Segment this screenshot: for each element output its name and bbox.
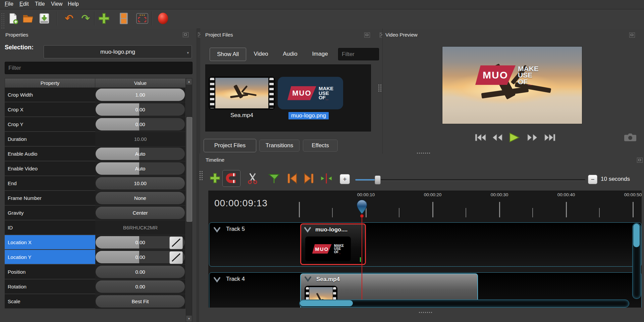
properties-filter-input[interactable]: [5, 62, 193, 74]
jump-to-start-button[interactable]: [474, 132, 487, 143]
timeline-canvas[interactable]: 00:00:09:13 00:00:10 00:00:20 00:00:30 0…: [208, 191, 642, 308]
add-marker-icon[interactable]: [268, 172, 280, 185]
rewind-button[interactable]: [491, 132, 504, 143]
table-row[interactable]: Gravity Center: [5, 206, 185, 220]
zoom-in-button[interactable]: +: [340, 174, 350, 184]
float-panel-icon[interactable]: [637, 158, 643, 163]
ruler-label: 00:00:40: [551, 192, 581, 197]
undo-icon[interactable]: ↶: [62, 12, 76, 25]
filter-audio-button[interactable]: Audio: [280, 48, 300, 60]
float-panel-icon[interactable]: [364, 33, 370, 38]
table-row[interactable]: Crop Y 0.00: [5, 117, 185, 132]
zoom-slider[interactable]: [355, 179, 585, 181]
clip-title: muo-logo....: [315, 226, 347, 233]
tab-transitions[interactable]: Transitions: [259, 140, 300, 152]
choose-profile-icon[interactable]: [136, 12, 149, 25]
next-marker-icon[interactable]: [302, 172, 316, 185]
filter-show-all-button[interactable]: Show All: [210, 48, 246, 61]
menu-title[interactable]: Title: [34, 1, 46, 7]
properties-scrollbar[interactable]: ▲ ▼: [186, 78, 192, 322]
video-preview-frame[interactable]: MUO MAKEUSE OF_: [442, 47, 582, 124]
export-video-icon[interactable]: [156, 12, 170, 25]
menu-edit[interactable]: Edit: [18, 1, 30, 7]
filter-video-button[interactable]: Video: [251, 48, 271, 60]
save-project-icon[interactable]: [38, 12, 51, 25]
panel-resize-handle[interactable]: [419, 312, 432, 313]
track-menu-chevron-icon[interactable]: [213, 277, 221, 284]
table-row[interactable]: Position 0.00: [5, 265, 185, 279]
table-row[interactable]: ID B6RHUCK2MR: [5, 220, 185, 235]
table-row-selected[interactable]: Location Y 0.00: [5, 250, 185, 265]
timeline-toolbar-handle[interactable]: [200, 171, 203, 180]
clip-menu-chevron-icon[interactable]: [304, 227, 311, 234]
jump-to-end-button[interactable]: [543, 132, 556, 143]
play-button[interactable]: [507, 132, 521, 143]
razor-scissors-icon[interactable]: [247, 172, 259, 184]
ruler-tick: [499, 202, 500, 217]
file-thumbnail-video[interactable]: [209, 77, 275, 109]
previous-marker-icon[interactable]: [285, 172, 299, 185]
import-files-icon[interactable]: [117, 12, 130, 25]
fast-forward-button[interactable]: [526, 132, 539, 143]
panel-splitter-handle[interactable]: [378, 85, 381, 92]
table-row[interactable]: Scale Best Fit: [5, 294, 185, 309]
main-toolbar: ↶ ↷: [0, 9, 644, 29]
table-row-selected[interactable]: Location X 0.00: [5, 235, 185, 250]
filmstrip-holes: [269, 78, 274, 108]
vertical-scrollbar-thumb[interactable]: [633, 224, 640, 247]
menu-help[interactable]: Help: [66, 1, 80, 7]
add-track-icon[interactable]: [209, 172, 221, 184]
ruler-tick: [633, 202, 634, 217]
playhead-marker[interactable]: [356, 199, 368, 221]
snapping-toggle-button[interactable]: [222, 170, 240, 187]
selection-dropdown[interactable]: muo-logo.png ▾: [44, 45, 192, 58]
center-playhead-icon[interactable]: [319, 172, 334, 185]
file-name[interactable]: Sea.mp4: [209, 112, 275, 119]
table-row[interactable]: Duration 10.00: [5, 132, 185, 147]
clip-title: Sea.mp4: [316, 276, 340, 283]
keyframe-interpolation-icon[interactable]: [169, 251, 183, 264]
snapshot-camera-icon[interactable]: [624, 132, 637, 143]
menu-file[interactable]: File: [3, 1, 15, 7]
track-row[interactable]: Track 5: [209, 222, 642, 267]
tab-effects[interactable]: Effects: [303, 140, 338, 152]
table-row[interactable]: Rotation 0.00: [5, 279, 185, 294]
keyframe-interpolation-icon[interactable]: [169, 236, 183, 249]
table-row[interactable]: Enable Audio Auto: [5, 147, 185, 161]
file-thumbnail-image[interactable]: MUO MAKEUSE OF_: [278, 77, 343, 109]
table-row[interactable]: Enable Video Auto: [5, 161, 185, 176]
float-panel-icon[interactable]: [183, 32, 189, 37]
column-header-value[interactable]: Value: [95, 78, 186, 88]
clip-muo-logo-selected[interactable]: muo-logo.... MUO MAKEUSE OF_: [300, 223, 366, 265]
menu-view[interactable]: View: [50, 1, 64, 7]
menu-bar: File Edit Title View Help: [0, 0, 644, 9]
keyframe-indicator: [360, 257, 361, 262]
table-row[interactable]: Crop Width 1.00: [5, 88, 185, 102]
track-menu-chevron-icon[interactable]: [213, 227, 221, 234]
scroll-down-icon[interactable]: ▼: [186, 316, 192, 322]
filter-image-button[interactable]: Image: [310, 48, 330, 60]
properties-panel-title: Properties: [5, 32, 28, 38]
table-row[interactable]: Frame Number None: [5, 191, 185, 206]
toolbar-drag-handle[interactable]: [1, 13, 4, 29]
zoom-slider-handle[interactable]: [375, 175, 381, 184]
project-files-filter-input[interactable]: [338, 48, 379, 60]
file-name-selected[interactable]: muo-logo.png: [288, 112, 329, 119]
tab-project-files[interactable]: Project Files: [204, 139, 256, 152]
table-row[interactable]: Crop X 0.00: [5, 102, 185, 117]
float-panel-icon[interactable]: [629, 33, 635, 38]
zoom-out-button[interactable]: −: [588, 175, 597, 184]
openshot-window: { "menu": {"items": ["File", "Edit", "Ti…: [0, 0, 644, 322]
add-track-icon[interactable]: [97, 12, 111, 25]
column-header-property[interactable]: Property: [5, 78, 95, 88]
table-row[interactable]: End 10.00: [5, 176, 185, 191]
redo-icon[interactable]: ↷: [79, 12, 92, 25]
scroll-up-icon[interactable]: ▲: [186, 78, 192, 85]
video-preview-panel-title: Video Preview: [385, 32, 418, 38]
horizontal-scrollbar-thumb[interactable]: [300, 300, 353, 306]
muo-logo: MUO MAKEUSE OF_: [287, 86, 333, 100]
scrollbar-thumb[interactable]: [186, 117, 192, 222]
clip-menu-chevron-icon[interactable]: [304, 276, 312, 283]
new-project-icon[interactable]: [6, 12, 20, 25]
open-project-icon[interactable]: [21, 12, 35, 25]
